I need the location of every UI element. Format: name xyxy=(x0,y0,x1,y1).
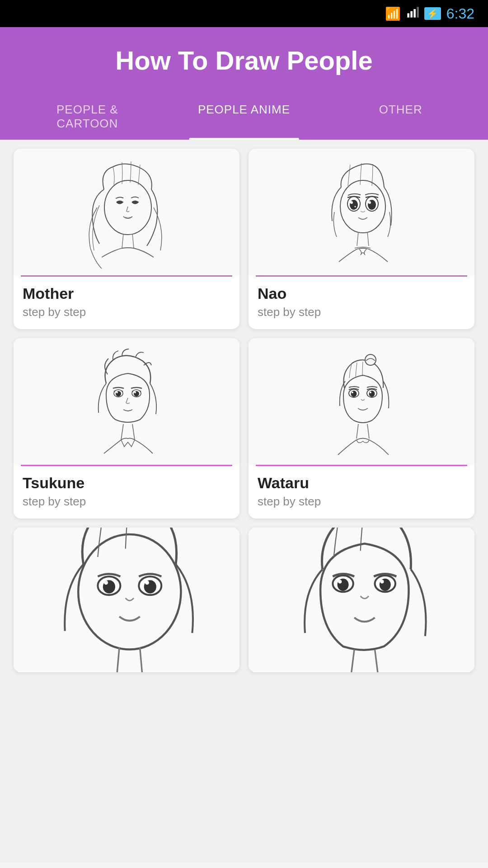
card-nao[interactable]: Nao step by step xyxy=(249,149,474,329)
svg-line-16 xyxy=(367,232,369,246)
wifi-icon: 📶 xyxy=(385,6,401,21)
card-title-nao: Nao xyxy=(258,285,465,302)
svg-line-50 xyxy=(375,649,379,672)
app-header: How To Draw People PEOPLE & CARTOON PEOP… xyxy=(0,27,488,140)
partial-card-image-left xyxy=(14,528,239,672)
tab-people-cartoon[interactable]: PEOPLE & CARTOON xyxy=(9,94,166,140)
svg-rect-0 xyxy=(407,13,409,17)
card-info-mother: Mother step by step xyxy=(14,277,239,329)
card-image-nao xyxy=(249,149,474,275)
tab-people-anime[interactable]: PEOPLE ANIME xyxy=(166,94,323,140)
card-title-wataru: Wataru xyxy=(258,474,465,492)
card-tsukune[interactable]: Tsukune step by step xyxy=(14,338,239,519)
svg-line-42 xyxy=(140,647,143,672)
card-image-wataru xyxy=(249,338,474,465)
svg-line-23 xyxy=(121,424,123,440)
card-image-tsukune xyxy=(14,338,239,465)
tab-other[interactable]: OTHER xyxy=(322,94,479,140)
svg-point-22 xyxy=(134,392,136,393)
svg-point-45 xyxy=(338,580,342,583)
main-content: Mother step by step xyxy=(0,140,488,863)
app-title: How To Draw People xyxy=(9,45,479,94)
svg-point-31 xyxy=(370,392,371,393)
card-info-tsukune: Tsukune step by step xyxy=(14,466,239,519)
svg-point-37 xyxy=(104,580,108,585)
svg-point-14 xyxy=(368,201,371,204)
svg-line-41 xyxy=(116,647,119,672)
svg-point-11 xyxy=(355,206,356,208)
svg-rect-2 xyxy=(413,9,416,18)
svg-point-28 xyxy=(352,392,353,393)
partial-cards-row xyxy=(14,528,474,672)
svg-point-40 xyxy=(145,580,149,585)
card-subtitle-tsukune: step by step xyxy=(23,495,230,509)
svg-line-33 xyxy=(367,424,369,439)
svg-point-34 xyxy=(78,534,181,650)
svg-point-48 xyxy=(380,580,384,583)
svg-point-7 xyxy=(340,180,385,233)
card-wataru[interactable]: Wataru step by step xyxy=(249,338,474,519)
clock: 6:32 xyxy=(446,5,474,22)
svg-line-6 xyxy=(132,234,134,248)
card-subtitle-wataru: step by step xyxy=(258,495,465,509)
status-icons: 📶 ⚡ 6:32 xyxy=(385,5,474,22)
svg-point-19 xyxy=(116,392,118,393)
card-info-wataru: Wataru step by step xyxy=(249,466,474,519)
battery-icon: ⚡ xyxy=(424,7,441,20)
svg-line-49 xyxy=(350,649,354,672)
svg-point-27 xyxy=(351,391,357,397)
svg-line-15 xyxy=(357,232,358,246)
svg-rect-1 xyxy=(410,11,413,17)
tab-bar: PEOPLE & CARTOON PEOPLE ANIME OTHER xyxy=(9,94,479,140)
card-image-mother xyxy=(14,149,239,275)
partial-card-right[interactable] xyxy=(249,528,474,672)
card-mother[interactable]: Mother step by step xyxy=(14,149,239,329)
svg-line-32 xyxy=(357,424,358,439)
cards-grid: Mother step by step xyxy=(14,149,474,519)
svg-line-24 xyxy=(132,424,135,440)
card-subtitle-nao: step by step xyxy=(258,305,465,319)
card-title-tsukune: Tsukune xyxy=(23,474,230,492)
status-bar: 📶 ⚡ 6:32 xyxy=(0,0,488,27)
partial-card-image-right xyxy=(249,528,474,672)
signal-icon xyxy=(406,6,419,22)
svg-point-10 xyxy=(350,201,353,204)
card-info-nao: Nao step by step xyxy=(249,277,474,329)
card-title-mother: Mother xyxy=(23,285,230,302)
partial-card-left[interactable] xyxy=(14,528,239,672)
svg-point-30 xyxy=(369,391,375,397)
svg-rect-3 xyxy=(417,7,419,17)
svg-line-5 xyxy=(122,234,123,248)
card-subtitle-mother: step by step xyxy=(23,305,230,319)
